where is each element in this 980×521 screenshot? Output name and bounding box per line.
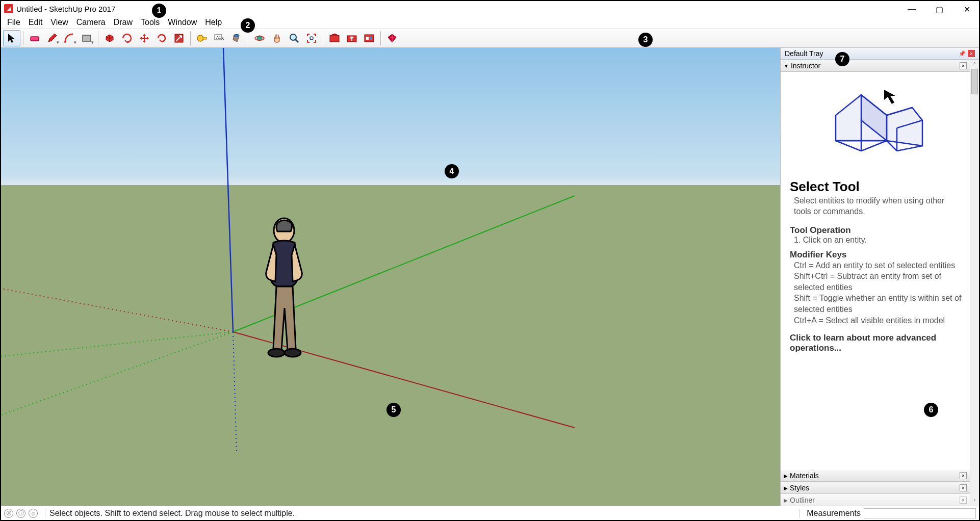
- tray-title: Default Tray: [785, 49, 823, 58]
- menu-help[interactable]: Help: [201, 18, 226, 27]
- instructor-illustration: [790, 77, 963, 179]
- status-hint: Select objects. Shift to extend select. …: [49, 509, 295, 518]
- pushpull-icon: [104, 33, 115, 44]
- main-toolbar: [1, 29, 979, 48]
- pencil-icon: [46, 33, 58, 44]
- panel-title: Instructor: [791, 62, 820, 70]
- tool-paint[interactable]: [228, 30, 245, 46]
- tool-zoom[interactable]: [286, 30, 303, 46]
- panel-close-icon[interactable]: ×: [960, 62, 967, 69]
- scroll-up-icon[interactable]: ˄: [970, 60, 979, 69]
- instructor-panel: Select Tool Select entities to modify wh…: [781, 72, 970, 470]
- window-title: Untitled - SketchUp Pro 2017: [16, 5, 115, 13]
- tool-warehouse-3d[interactable]: [326, 30, 343, 46]
- offset-icon: [121, 33, 133, 44]
- menu-edit[interactable]: Edit: [24, 18, 47, 27]
- scroll-thumb[interactable]: [971, 69, 978, 94]
- collapse-icon: ▼: [784, 63, 789, 69]
- wh3d-icon: [329, 33, 340, 44]
- tool-text[interactable]: [211, 30, 228, 46]
- menu-draw[interactable]: Draw: [110, 18, 137, 27]
- tool-shape[interactable]: [78, 30, 95, 46]
- scale-figure: [251, 216, 317, 369]
- callout-6: 6: [924, 403, 938, 417]
- tool-orbit[interactable]: [251, 30, 268, 46]
- app-icon: [4, 4, 13, 13]
- tool-eraser[interactable]: [26, 30, 43, 46]
- eraser-icon: [29, 33, 40, 44]
- expand-icon: ▶: [784, 498, 788, 503]
- whsend-icon: [346, 33, 357, 44]
- tool-extension-warehouse[interactable]: [360, 30, 378, 46]
- panel-header-outliner[interactable]: ▶ Outliner ×: [781, 494, 970, 506]
- svg-line-5: [223, 48, 233, 332]
- panel-close-icon[interactable]: ×: [960, 497, 967, 504]
- svg-point-8: [268, 349, 285, 357]
- credits-icon[interactable]: ⓘ: [16, 509, 25, 518]
- tray-header[interactable]: Default Tray 📌 ×: [781, 48, 979, 60]
- rect-icon: [81, 33, 92, 44]
- tool-scale[interactable]: [170, 30, 188, 46]
- callout-2: 2: [241, 18, 255, 33]
- operation-heading: Tool Operation: [790, 225, 963, 236]
- panel-close-icon[interactable]: ×: [960, 484, 967, 491]
- tool-pan[interactable]: [268, 30, 286, 46]
- tool-arc[interactable]: [61, 30, 78, 46]
- pin-icon[interactable]: 📌: [959, 50, 966, 57]
- bucket-icon: [231, 33, 242, 44]
- tool-move[interactable]: [136, 30, 153, 46]
- callout-5: 5: [386, 403, 401, 417]
- expand-icon: ▶: [784, 473, 788, 479]
- tray-scrollbar[interactable]: ˄ ˅: [970, 60, 979, 506]
- ruby-icon: [386, 33, 398, 44]
- tool-select[interactable]: [3, 30, 20, 46]
- viewport-3d[interactable]: [1, 48, 780, 506]
- menu-tools[interactable]: Tools: [137, 18, 164, 27]
- close-button[interactable]: ✕: [958, 3, 976, 15]
- learn-more-link[interactable]: Click to learn about more advanced opera…: [790, 333, 963, 353]
- panel-header-instructor[interactable]: ▼ Instructor ×: [781, 60, 970, 72]
- tool-tape[interactable]: [193, 30, 211, 46]
- modifier-key-2: Shift+Ctrl = Subtract an entity from set…: [794, 271, 963, 293]
- measurements-input[interactable]: [864, 508, 976, 518]
- tool-pencil[interactable]: [43, 30, 61, 46]
- tool-warehouse-send[interactable]: [343, 30, 360, 46]
- orbit-icon: [254, 33, 265, 44]
- measurements-label: Measurements: [807, 509, 861, 518]
- text-icon: [214, 33, 225, 44]
- tool-ruby-console[interactable]: [383, 30, 401, 46]
- modifier-key-4: Ctrl+A = Select all visible entities in …: [794, 315, 963, 326]
- scale-icon: [173, 33, 185, 44]
- callout-7: 7: [835, 52, 849, 66]
- zoom-icon: [289, 33, 300, 44]
- rotate-icon: [156, 33, 167, 44]
- tool-rotate[interactable]: [153, 30, 170, 46]
- axes-overlay: [1, 48, 780, 506]
- panel-header-materials[interactable]: ▶ Materials ×: [781, 470, 970, 482]
- panel-close-icon[interactable]: ×: [960, 472, 967, 479]
- status-bar: ⦿ ⓘ ☺ Select objects. Shift to extend se…: [1, 506, 979, 520]
- menu-camera[interactable]: Camera: [72, 18, 110, 27]
- panel-title: Styles: [790, 484, 809, 492]
- panel-header-styles[interactable]: ▶ Styles ×: [781, 482, 970, 494]
- tray-close-icon[interactable]: ×: [968, 50, 975, 57]
- tool-pushpull[interactable]: [101, 30, 118, 46]
- geolocation-icon[interactable]: ⦿: [4, 509, 13, 518]
- svg-line-17: [897, 146, 922, 151]
- tool-offset[interactable]: [118, 30, 136, 46]
- menu-window[interactable]: Window: [164, 18, 201, 27]
- minimize-button[interactable]: —: [902, 3, 921, 15]
- scroll-down-icon[interactable]: ˅: [970, 497, 979, 506]
- tool-zoom-extents[interactable]: [303, 30, 320, 46]
- svg-line-1: [1, 289, 233, 332]
- move-icon: [139, 33, 150, 44]
- modifier-key-3: Shift = Toggle whether an entity is with…: [794, 293, 963, 315]
- menu-view[interactable]: View: [46, 18, 72, 27]
- extwh-icon: [364, 33, 375, 44]
- maximize-button[interactable]: ▢: [930, 3, 948, 15]
- svg-point-9: [285, 349, 301, 357]
- pan-icon: [271, 33, 282, 44]
- user-icon[interactable]: ☺: [29, 509, 38, 518]
- menu-file[interactable]: File: [3, 18, 24, 27]
- menu-bar: FileEditViewCameraDrawToolsWindowHelp: [1, 16, 979, 29]
